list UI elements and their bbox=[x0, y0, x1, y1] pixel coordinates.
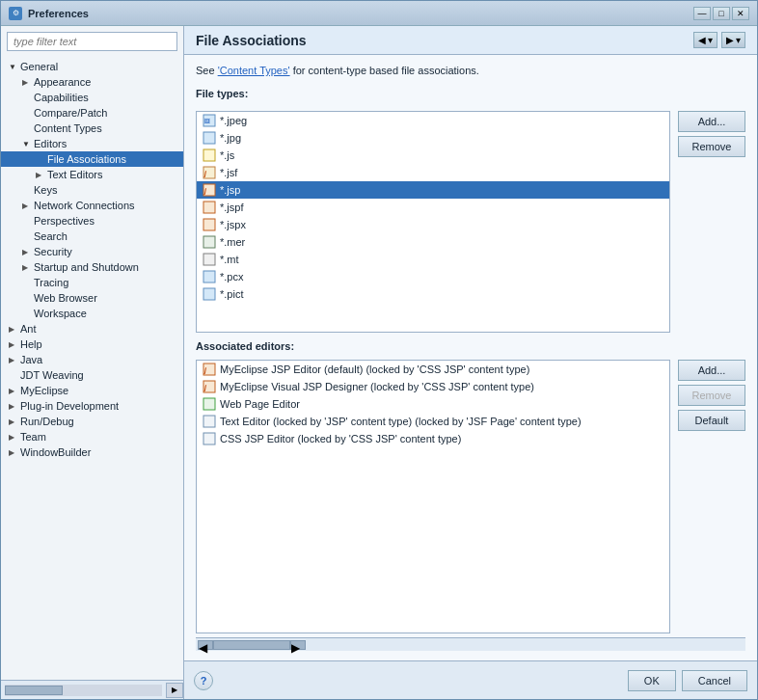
sidebar-item-label: Appearance bbox=[34, 76, 91, 88]
svg-rect-13 bbox=[203, 288, 215, 300]
footer-bar: ? OK Cancel bbox=[184, 660, 757, 699]
sidebar-item-label: General bbox=[20, 61, 58, 72]
back-button[interactable]: ◀ ▾ bbox=[693, 32, 717, 48]
svg-rect-2 bbox=[203, 132, 215, 144]
sidebar-item-label: File Associations bbox=[47, 153, 126, 165]
cancel-button[interactable]: Cancel bbox=[682, 670, 747, 691]
info-text-before: See bbox=[196, 65, 218, 76]
sidebar-item-label: Workspace bbox=[34, 308, 87, 319]
maximize-button[interactable]: □ bbox=[713, 7, 730, 20]
sidebar-item-rundebug[interactable]: ▶ Run/Debug bbox=[1, 414, 183, 429]
sidebar-item-label: Security bbox=[34, 246, 72, 257]
list-item[interactable]: *.mt bbox=[197, 251, 669, 268]
remove-editor-button[interactable]: Remove bbox=[678, 385, 745, 406]
add-editor-button[interactable]: Add... bbox=[678, 360, 745, 381]
editor-label: CSS JSP Editor (locked by 'CSS JSP' cont… bbox=[220, 433, 461, 444]
sidebar-item-general[interactable]: ▼ General bbox=[1, 59, 183, 74]
sidebar-horizontal-scrollbar[interactable] bbox=[5, 685, 162, 696]
sidebar-item-security[interactable]: ▶ Security bbox=[1, 244, 183, 259]
sidebar-item-fileassociations[interactable]: ▶ File Associations bbox=[1, 151, 183, 167]
list-item[interactable]: Web Page Editor bbox=[197, 395, 669, 413]
file-icon bbox=[203, 270, 216, 283]
sidebar-item-workspace[interactable]: ▶ Workspace bbox=[1, 306, 183, 321]
list-item[interactable]: *.pcx bbox=[197, 268, 669, 285]
list-item[interactable]: *.mer bbox=[197, 233, 669, 251]
file-types-list[interactable]: 🖼 *.jpeg *.jpg bbox=[196, 111, 670, 333]
arrow-icon: ▼ bbox=[22, 140, 32, 148]
forward-button[interactable]: ▶ ▾ bbox=[721, 32, 745, 48]
add-file-type-button[interactable]: Add... bbox=[678, 111, 745, 132]
sidebar-item-keys[interactable]: ▶ Keys bbox=[1, 182, 183, 198]
sidebar-item-capabilities[interactable]: ▶ Capabilities bbox=[1, 90, 183, 105]
content-area: File Associations ◀ ▾ ▶ ▾ See 'Content T bbox=[184, 26, 757, 699]
sidebar-item-team[interactable]: ▶ Team bbox=[1, 429, 183, 444]
horizontal-scrollbar-thumb[interactable] bbox=[213, 640, 290, 650]
window-title: Preferences bbox=[28, 8, 688, 19]
list-item[interactable]: *.jspf bbox=[197, 199, 669, 216]
arrow-icon: ▶ bbox=[9, 340, 18, 349]
list-item[interactable]: 🖼 *.jpeg bbox=[197, 112, 669, 129]
sidebar-item-webbrowser[interactable]: ▶ Web Browser bbox=[1, 290, 183, 306]
sidebar-item-windowbuilder[interactable]: ▶ WindowBuilder bbox=[1, 444, 183, 460]
scrollbar-thumb[interactable] bbox=[5, 686, 63, 695]
back-icon: ◀ bbox=[698, 35, 706, 45]
file-icon bbox=[203, 253, 216, 266]
sidebar-item-search[interactable]: ▶ Search bbox=[1, 229, 183, 244]
sidebar-item-jdtweaving[interactable]: ▶ JDT Weaving bbox=[1, 367, 183, 383]
sidebar-item-label: Ant bbox=[20, 323, 37, 335]
sidebar-item-comparepatch[interactable]: ▶ Compare/Patch bbox=[1, 105, 183, 121]
sidebar-item-appearance[interactable]: ▶ Appearance bbox=[1, 74, 183, 90]
arrow-icon: ▶ bbox=[22, 263, 32, 272]
list-item[interactable]: *.pict bbox=[197, 285, 669, 303]
default-editor-button[interactable]: Default bbox=[678, 410, 745, 431]
sidebar-item-help[interactable]: ▶ Help bbox=[1, 337, 183, 352]
scroll-right-button[interactable]: ▶ bbox=[166, 683, 183, 698]
file-type-label: *.jsp bbox=[220, 184, 240, 196]
sidebar-item-java[interactable]: ▶ Java bbox=[1, 352, 183, 367]
svg-rect-19 bbox=[203, 416, 215, 427]
list-item[interactable]: *.jspx bbox=[197, 216, 669, 233]
sidebar-item-label: Content Types bbox=[34, 122, 102, 134]
associated-editors-section: Associated editors: j MyEclipse JSP Edit… bbox=[196, 340, 745, 651]
sidebar-item-tracing[interactable]: ▶ Tracing bbox=[1, 275, 183, 290]
ok-button[interactable]: OK bbox=[628, 670, 676, 691]
sidebar-item-editors[interactable]: ▼ Editors bbox=[1, 136, 183, 151]
editor-label: MyEclipse Visual JSP Designer (locked by… bbox=[220, 381, 534, 392]
list-item[interactable]: j *.jsf bbox=[197, 164, 669, 181]
editors-horizontal-scrollbar[interactable]: ◀ ▶ bbox=[196, 637, 745, 651]
list-item[interactable]: *.js bbox=[197, 147, 669, 164]
arrow-icon: ▶ bbox=[9, 325, 18, 334]
page-title: File Associations bbox=[196, 33, 307, 48]
sidebar-item-label: Search bbox=[34, 230, 68, 242]
editors-list[interactable]: j MyEclipse JSP Editor (default) (locked… bbox=[196, 360, 670, 633]
sidebar-item-ant[interactable]: ▶ Ant bbox=[1, 321, 183, 337]
list-item[interactable]: Text Editor (locked by 'JSP' content typ… bbox=[197, 413, 669, 430]
sidebar-item-startupshutdown[interactable]: ▶ Startup and Shutdown bbox=[1, 259, 183, 275]
help-button[interactable]: ? bbox=[194, 671, 213, 690]
sidebar-item-plugindevelopment[interactable]: ▶ Plug-in Development bbox=[1, 398, 183, 414]
sidebar-item-perspectives[interactable]: ▶ Perspectives bbox=[1, 213, 183, 229]
list-item[interactable]: j MyEclipse Visual JSP Designer (locked … bbox=[197, 378, 669, 395]
list-item[interactable]: j MyEclipse JSP Editor (default) (locked… bbox=[197, 361, 669, 378]
minimize-button[interactable]: — bbox=[693, 7, 711, 20]
arrow-icon: ▼ bbox=[9, 63, 18, 71]
sidebar-item-networkconnections[interactable]: ▶ Network Connections bbox=[1, 198, 183, 213]
search-input[interactable] bbox=[7, 32, 177, 51]
scroll-right-btn[interactable]: ▶ bbox=[290, 640, 306, 650]
sidebar-item-contenttypes[interactable]: ▶ Content Types bbox=[1, 121, 183, 136]
list-item[interactable]: j *.jsp bbox=[197, 181, 669, 199]
list-item[interactable]: *.jpg bbox=[197, 129, 669, 147]
sidebar-scrollbar-area: ▶ bbox=[1, 680, 183, 699]
sidebar-item-label: WindowBuilder bbox=[20, 446, 91, 458]
back-dropdown-icon: ▾ bbox=[708, 35, 713, 45]
remove-file-type-button[interactable]: Remove bbox=[678, 136, 745, 157]
content-types-link[interactable]: 'Content Types' bbox=[218, 65, 290, 76]
list-item[interactable]: CSS JSP Editor (locked by 'CSS JSP' cont… bbox=[197, 430, 669, 447]
scroll-left-btn[interactable]: ◀ bbox=[198, 640, 213, 650]
sidebar-item-label: Text Editors bbox=[47, 169, 102, 180]
close-button[interactable]: ✕ bbox=[732, 7, 749, 20]
preferences-window: ⚙ Preferences — □ ✕ ▼ General ▶ Appearan… bbox=[0, 0, 758, 700]
sidebar-item-myeclipse[interactable]: ▶ MyEclipse bbox=[1, 383, 183, 398]
editor-label: MyEclipse JSP Editor (default) (locked b… bbox=[220, 363, 529, 375]
sidebar-item-texteditors[interactable]: ▶ Text Editors bbox=[1, 167, 183, 182]
